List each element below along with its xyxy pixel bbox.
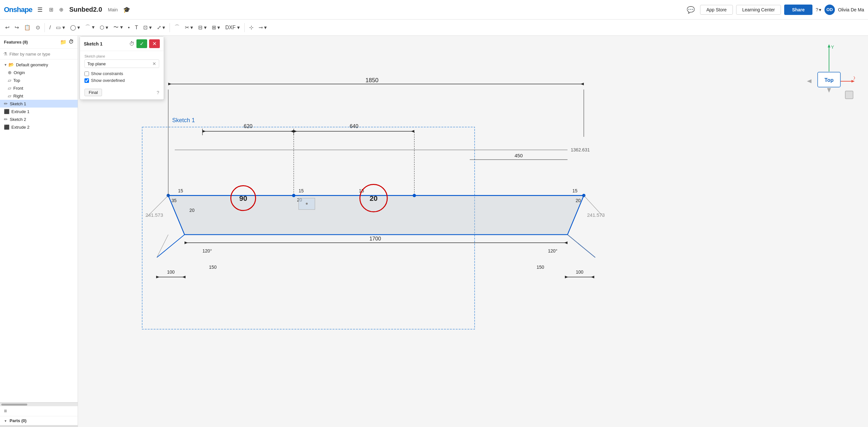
- feature-tree: ▼ 📂 Default geometry ⊕ Origin ▱ Top ▱ Fr…: [0, 59, 78, 402]
- fillet-tool[interactable]: ⌒: [173, 23, 182, 32]
- document-branch: Main: [108, 7, 118, 12]
- toolbar-toggle-icon[interactable]: ⊞: [48, 5, 55, 14]
- svg-text:120°: 120°: [203, 248, 212, 253]
- sketch-panel-footer: Final ?: [80, 86, 164, 99]
- folder-open-icon: 📂: [8, 62, 14, 67]
- filter-icon: ⚗: [3, 51, 7, 57]
- text-tool[interactable]: T: [133, 23, 140, 32]
- svg-text:150: 150: [209, 265, 217, 270]
- constraints-tool[interactable]: ⊸ ▾: [257, 23, 269, 32]
- avatar[interactable]: OD: [825, 4, 835, 15]
- orientation-cube[interactable]: Y X Top: [803, 42, 855, 107]
- svg-point-52: [292, 194, 295, 197]
- horizontal-scrollbar[interactable]: [0, 402, 78, 406]
- svg-text:120°: 120°: [548, 248, 557, 253]
- tree-item-origin[interactable]: ⊕ Origin: [0, 68, 78, 77]
- tree-item-default-geometry[interactable]: ▼ 📂 Default geometry: [0, 61, 78, 68]
- dxf-tool[interactable]: DXF ▾: [223, 23, 241, 32]
- tree-item-extrude2[interactable]: ⬛ Extrude 2: [0, 123, 78, 131]
- filter-input[interactable]: [9, 52, 74, 57]
- svg-marker-68: [828, 44, 830, 48]
- show-constraints-checkbox[interactable]: [85, 71, 89, 76]
- trim-tool[interactable]: ✂ ▾: [183, 23, 195, 32]
- list-icon[interactable]: ≡: [4, 408, 7, 414]
- svg-text:35: 35: [172, 198, 177, 203]
- tree-item-sketch1[interactable]: ✏ Sketch 1: [0, 100, 78, 108]
- toolbar-separator-3: [244, 23, 245, 32]
- parts-section[interactable]: ▼ Parts (0): [0, 416, 78, 425]
- svg-text:X: X: [854, 75, 855, 81]
- construction-tool[interactable]: ⊹: [247, 23, 255, 32]
- line-tool[interactable]: /: [48, 23, 53, 32]
- svg-text:1362.631: 1362.631: [571, 147, 590, 152]
- features-label: Features (8): [4, 40, 28, 44]
- mirror-tool[interactable]: ⊟ ▾: [196, 23, 208, 32]
- insert-icon[interactable]: ⊕: [58, 5, 65, 14]
- circle-tool[interactable]: ◯ ▾: [68, 23, 82, 32]
- sketch-help-icon[interactable]: ?: [157, 90, 159, 95]
- tree-item-top[interactable]: ▱ Top: [0, 77, 78, 84]
- share-button[interactable]: Share: [784, 4, 812, 15]
- svg-text:Y: Y: [831, 44, 834, 50]
- features-header: Features (8) 📁 ⏱: [0, 36, 78, 49]
- feature-history-button[interactable]: 📋: [22, 23, 32, 32]
- onshape-logo: Onshape: [4, 5, 32, 14]
- extrude2-icon: ⬛: [4, 124, 9, 130]
- svg-point-60: [306, 203, 308, 205]
- app-store-button[interactable]: App Store: [700, 5, 733, 14]
- show-constraints-row[interactable]: Show constraints: [85, 71, 159, 76]
- undo-button[interactable]: ↩: [3, 23, 11, 32]
- username-label: Olivia De Ma: [838, 7, 864, 12]
- tree-item-sketch2[interactable]: ✏ Sketch 2: [0, 115, 78, 123]
- parts-collapse-arrow: ▼: [4, 419, 7, 423]
- svg-marker-42: [156, 276, 159, 278]
- svg-marker-73: [807, 79, 811, 83]
- sidebar-header-icons: 📁 ⏱: [60, 39, 74, 45]
- svg-marker-9: [290, 130, 294, 132]
- svg-point-53: [412, 194, 416, 197]
- sketch-confirm-button[interactable]: ✓: [136, 39, 147, 48]
- tree-item-right[interactable]: ▱ Right: [0, 92, 78, 100]
- svg-text:450: 450: [515, 153, 523, 158]
- canvas-area[interactable]: Sketch 1 1850 620 640 1: [78, 36, 868, 427]
- arc-tool[interactable]: ⌒ ▾: [83, 23, 96, 32]
- svg-marker-34: [185, 241, 188, 244]
- show-overdefined-checkbox[interactable]: [85, 78, 89, 83]
- show-overdefined-row[interactable]: Show overdefined: [85, 78, 159, 83]
- sketch-plane-selector[interactable]: Top plane ✕: [85, 59, 159, 68]
- sketch-cancel-button[interactable]: ✕: [149, 39, 160, 48]
- folder-icon[interactable]: 📁: [60, 39, 67, 45]
- svg-text:620: 620: [244, 123, 252, 129]
- show-overdefined-label: Show overdefined: [91, 78, 125, 83]
- spline-tool[interactable]: 〜 ▾: [112, 23, 124, 32]
- history-icon[interactable]: ⏱: [68, 39, 74, 45]
- collapse-arrow: ▼: [4, 63, 7, 67]
- help-button[interactable]: ? ▾: [816, 7, 821, 12]
- sketch-panel-title: Sketch 1: [84, 41, 103, 47]
- svg-text:1850: 1850: [366, 77, 378, 84]
- hamburger-menu[interactable]: ☰: [35, 5, 44, 14]
- final-button[interactable]: Final: [85, 89, 102, 96]
- tree-item-front[interactable]: ▱ Front: [0, 84, 78, 92]
- sketch2-icon: ✏: [4, 117, 8, 122]
- display-states-button[interactable]: ⊙: [34, 23, 42, 32]
- sidebar-resize-handle[interactable]: [0, 425, 78, 427]
- svg-line-21: [157, 235, 185, 257]
- redo-button[interactable]: ↪: [13, 23, 21, 32]
- transform-tool[interactable]: ⤢ ▾: [155, 23, 167, 32]
- chat-icon[interactable]: 💬: [685, 4, 697, 15]
- pattern-tool[interactable]: ⊞ ▾: [210, 23, 222, 32]
- rectangle-tool[interactable]: ▭ ▾: [54, 23, 67, 32]
- svg-text:20: 20: [370, 194, 378, 203]
- tree-item-extrude1[interactable]: ⬛ Extrude 1: [0, 108, 78, 115]
- offset-tool[interactable]: ⊡ ▾: [141, 23, 153, 32]
- learning-center-button[interactable]: Learning Center: [736, 5, 781, 14]
- svg-text:15: 15: [178, 188, 183, 193]
- svg-text:15: 15: [572, 188, 578, 193]
- sketch-plane-clear[interactable]: ✕: [152, 61, 156, 66]
- origin-icon: ⊕: [8, 70, 12, 75]
- polygon-tool[interactable]: ⬡ ▾: [98, 23, 110, 32]
- sketch-clock-icon[interactable]: ⏱: [129, 41, 134, 47]
- show-constraints-label: Show constraints: [91, 71, 123, 76]
- point-tool[interactable]: •: [126, 23, 132, 32]
